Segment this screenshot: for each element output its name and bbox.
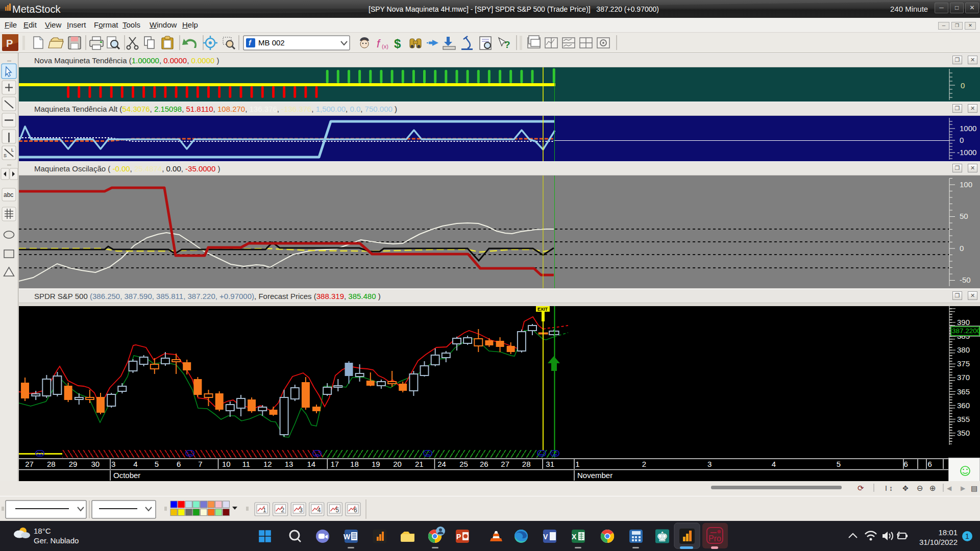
- svg-text:19: 19: [372, 460, 380, 468]
- svg-text:1: 1: [263, 507, 266, 514]
- svg-text:26: 26: [480, 460, 488, 468]
- svg-text:▶: ▶: [961, 485, 966, 492]
- svg-text:⊕: ⊕: [929, 484, 936, 492]
- svg-text:29: 29: [69, 460, 78, 468]
- svg-text:↕: ↕: [889, 484, 893, 492]
- svg-text:I: I: [885, 484, 887, 492]
- svg-text:4: 4: [133, 460, 137, 468]
- svg-text:5: 5: [335, 507, 339, 514]
- svg-text:370: 370: [957, 373, 970, 382]
- svg-text:365: 365: [957, 387, 970, 396]
- svg-text:20: 20: [393, 460, 402, 468]
- svg-text:-1000: -1000: [957, 148, 976, 157]
- svg-text:390: 390: [957, 318, 970, 327]
- svg-text:V: V: [543, 533, 548, 541]
- svg-text:0: 0: [961, 81, 965, 90]
- svg-text:3: 3: [111, 460, 115, 468]
- svg-text:28: 28: [47, 460, 56, 468]
- svg-text:October: October: [113, 471, 140, 480]
- svg-text:6: 6: [177, 460, 181, 468]
- svg-text:18: 18: [350, 460, 359, 468]
- svg-text:21: 21: [415, 460, 424, 468]
- svg-text:(x): (x): [382, 43, 388, 49]
- svg-text:3: 3: [299, 507, 303, 514]
- svg-text:387.2200: 387.2200: [952, 327, 980, 335]
- svg-text:18°C: 18°C: [34, 527, 51, 535]
- svg-text:1: 1: [575, 460, 579, 468]
- svg-text:25: 25: [459, 460, 468, 468]
- svg-text:7: 7: [198, 460, 202, 468]
- svg-text:2: 2: [281, 507, 285, 514]
- svg-text:MB 002: MB 002: [258, 38, 285, 47]
- svg-text:4: 4: [772, 460, 776, 468]
- svg-text:P: P: [456, 533, 461, 541]
- svg-text:100: 100: [960, 180, 972, 189]
- svg-text:31: 31: [546, 460, 554, 468]
- svg-text:1000: 1000: [960, 124, 976, 133]
- svg-text:P: P: [6, 38, 13, 49]
- svg-text:0: 0: [960, 244, 964, 253]
- svg-text:18:01: 18:01: [938, 528, 958, 537]
- svg-text:6: 6: [354, 507, 357, 514]
- svg-text:50: 50: [960, 212, 968, 220]
- svg-text:♚: ♚: [656, 529, 668, 544]
- svg-text:380: 380: [957, 345, 970, 354]
- svg-text:▤: ▤: [971, 484, 977, 492]
- svg-text:12: 12: [263, 460, 272, 468]
- svg-text:13: 13: [285, 460, 293, 468]
- svg-text:0: 0: [960, 136, 964, 144]
- svg-text:375: 375: [957, 359, 970, 368]
- svg-text:10: 10: [222, 460, 231, 468]
- svg-text:6: 6: [904, 460, 908, 468]
- svg-text:355: 355: [957, 415, 970, 423]
- svg-text:EXIT: EXIT: [537, 307, 548, 312]
- svg-text:2: 2: [642, 460, 646, 468]
- svg-text:abc: abc: [4, 191, 13, 198]
- svg-text:28: 28: [522, 460, 531, 468]
- svg-text:✥: ✥: [902, 484, 909, 492]
- svg-text:X: X: [572, 533, 577, 541]
- svg-text:Pro: Pro: [708, 534, 721, 543]
- svg-text:14: 14: [307, 460, 315, 468]
- svg-text:27: 27: [25, 460, 34, 468]
- svg-text:5: 5: [837, 460, 841, 468]
- svg-text:◀: ◀: [947, 485, 952, 492]
- svg-text:W: W: [344, 533, 351, 541]
- svg-text:f: f: [377, 37, 381, 50]
- svg-text:350: 350: [957, 429, 970, 437]
- svg-text:5: 5: [155, 460, 159, 468]
- svg-text:6: 6: [928, 460, 932, 468]
- svg-text:30: 30: [91, 460, 100, 468]
- svg-text:-50: -50: [960, 276, 971, 284]
- svg-text:⟳: ⟳: [857, 484, 864, 492]
- svg-text:S: S: [4, 153, 7, 158]
- svg-text:24: 24: [437, 460, 446, 468]
- svg-text:11: 11: [242, 460, 251, 468]
- svg-text:L: L: [11, 147, 14, 153]
- svg-text:27: 27: [501, 460, 509, 468]
- svg-text:3: 3: [707, 460, 712, 468]
- svg-text:$: $: [394, 37, 401, 51]
- svg-text:1: 1: [965, 532, 969, 540]
- svg-text:?: ?: [504, 39, 510, 50]
- svg-text:17: 17: [331, 460, 339, 468]
- svg-text:November: November: [577, 471, 612, 480]
- svg-text:Ger. Nublado: Ger. Nublado: [34, 536, 79, 545]
- svg-text:⊖: ⊖: [917, 484, 923, 492]
- svg-text:31/10/2022: 31/10/2022: [919, 538, 958, 546]
- svg-text:360: 360: [957, 401, 970, 410]
- svg-text:4: 4: [317, 507, 321, 514]
